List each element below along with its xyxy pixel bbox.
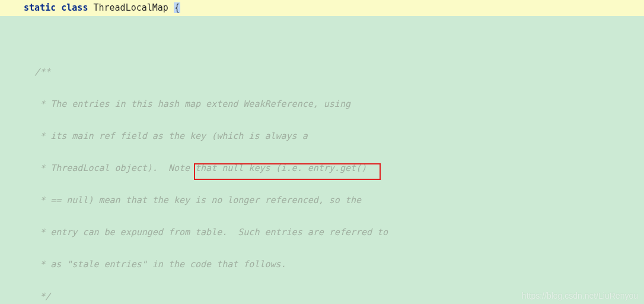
code-line-comment: * its main ref field as the key (which i… [0, 128, 644, 144]
kw-static: static [24, 2, 56, 13]
kw-class: class [61, 2, 88, 13]
brace-open-selected: { [174, 2, 180, 13]
code-line-comment: * == null) mean that the key is no longe… [0, 192, 644, 208]
class-name: ThreadLocalMap [93, 2, 168, 13]
code-line-comment: * as "stale entries" in the code that fo… [0, 256, 644, 273]
code-line-comment: */ [0, 289, 644, 304]
code-block: static class ThreadLocalMap { /** * The … [0, 0, 644, 304]
code-line-comment: /** [0, 64, 644, 80]
code-viewer: static class ThreadLocalMap { /** * The … [0, 0, 644, 304]
code-line-blank [0, 32, 644, 48]
code-line-comment: * ThreadLocal object). Note that null ke… [0, 160, 644, 176]
code-line-comment: * entry can be expunged from table. Such… [0, 224, 644, 240]
code-line-comment: * The entries in this hash map extend We… [0, 96, 644, 112]
code-line-header: static class ThreadLocalMap { [0, 0, 644, 16]
